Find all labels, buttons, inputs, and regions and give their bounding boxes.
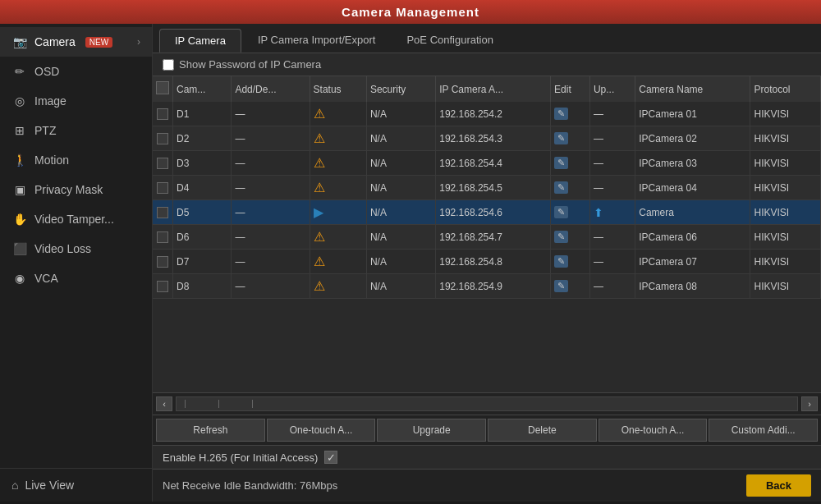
bandwidth-status: Net Receive Idle Bandwidth: 76Mbps	[163, 479, 337, 492]
tab-ip-camera[interactable]: IP Camera	[159, 29, 241, 53]
row-checkbox[interactable]	[157, 281, 168, 292]
delete-button[interactable]: Delete	[488, 419, 597, 442]
cell-add-del: —	[232, 250, 310, 274]
sidebar-label-video-loss: Video Loss	[34, 242, 91, 255]
edit-button[interactable]: ✎	[554, 255, 568, 268]
upgrade-button[interactable]: Upgrade	[377, 419, 486, 442]
scroll-left-btn[interactable]: ‹	[156, 396, 172, 411]
cell-edit[interactable]: ✎	[551, 102, 590, 126]
sidebar-item-video-tamper[interactable]: ✋ Video Tamper...	[0, 204, 152, 234]
tab-poe-config[interactable]: PoE Configuration	[392, 29, 508, 53]
sidebar-item-video-loss[interactable]: ⬛ Video Loss	[0, 234, 152, 263]
cell-edit[interactable]: ✎	[551, 126, 590, 151]
motion-icon: 🚶	[11, 153, 28, 167]
row-checkbox[interactable]	[157, 108, 168, 120]
edit-button[interactable]: ✎	[554, 157, 568, 169]
sidebar-item-vca[interactable]: ◉ VCA	[0, 263, 152, 293]
window-title: Camera Management	[342, 5, 479, 19]
h265-row: Enable H.265 (For Initial Access) ✓	[153, 445, 821, 469]
warning-icon: ⚠	[314, 107, 325, 121]
th-cam: Cam...	[173, 76, 232, 102]
cell-security: N/A	[366, 274, 435, 299]
h265-checkbox[interactable]: ✓	[324, 451, 337, 464]
sidebar-item-motion[interactable]: 🚶 Motion	[0, 145, 152, 175]
cell-cam-id: D5	[173, 200, 232, 225]
edit-button[interactable]: ✎	[554, 206, 568, 218]
new-badge: NEW	[85, 37, 112, 48]
sidebar: 📷 Camera NEW › ✏ OSD ◎ Image ⊞ PTZ 🚶 Mot…	[0, 24, 153, 502]
row-checkbox[interactable]	[157, 231, 168, 243]
video-loss-icon: ⬛	[11, 242, 28, 255]
row-checkbox[interactable]	[157, 207, 168, 218]
table-row[interactable]: D5—▶N/A192.168.254.6✎⬆CameraHIKVISI	[153, 200, 821, 225]
custom-adding-button[interactable]: Custom Addi...	[709, 419, 818, 442]
cell-edit[interactable]: ✎	[551, 274, 590, 299]
table-row[interactable]: D3—⚠N/A192.168.254.4✎—IPCamera 03HIKVISI	[153, 151, 821, 176]
scrollbar-row: ‹ ›	[153, 392, 821, 415]
table-header-row: Cam... Add/De... Status Security IP Came…	[153, 76, 821, 102]
refresh-button[interactable]: Refresh	[156, 419, 265, 442]
edit-button[interactable]: ✎	[554, 108, 568, 120]
sidebar-item-camera[interactable]: 📷 Camera NEW ›	[0, 27, 152, 57]
cell-edit[interactable]: ✎	[551, 176, 590, 200]
cell-edit[interactable]: ✎	[551, 225, 590, 250]
cell-status: ⚠	[310, 151, 366, 176]
tab-ip-camera-import[interactable]: IP Camera Import/Export	[243, 29, 391, 53]
warning-icon: ⚠	[314, 230, 325, 244]
cell-cam-id: D3	[173, 151, 232, 176]
cell-camera-name: Camera	[635, 200, 750, 225]
cell-upload: —	[589, 126, 635, 151]
row-checkbox[interactable]	[157, 182, 168, 194]
th-checkbox[interactable]	[153, 76, 173, 102]
cell-cam-id: D2	[173, 126, 232, 151]
cell-add-del: —	[232, 200, 310, 225]
th-name: Camera Name	[635, 76, 750, 102]
cell-camera-name: IPCamera 03	[635, 151, 750, 176]
cell-security: N/A	[366, 225, 435, 250]
cell-cam-id: D8	[173, 274, 232, 299]
cell-camera-name: IPCamera 06	[635, 225, 750, 250]
edit-button[interactable]: ✎	[554, 132, 568, 144]
sidebar-item-live-view[interactable]: ⌂ Live View	[0, 469, 152, 502]
row-checkbox[interactable]	[157, 133, 168, 144]
upload-icon[interactable]: ⬆	[594, 206, 603, 219]
one-touch-add-button[interactable]: One-touch A...	[267, 419, 376, 442]
cell-protocol: HIKVISI	[750, 250, 821, 274]
cell-upload: ⬆	[589, 200, 635, 225]
table-row[interactable]: D1—⚠N/A192.168.254.2✎—IPCamera 01HIKVISI	[153, 102, 821, 126]
row-checkbox[interactable]	[157, 256, 168, 268]
th-edit: Edit	[551, 76, 590, 102]
edit-button[interactable]: ✎	[554, 181, 568, 194]
edit-button[interactable]: ✎	[554, 231, 568, 243]
edit-button[interactable]: ✎	[554, 280, 568, 292]
sidebar-item-osd[interactable]: ✏ OSD	[0, 57, 152, 86]
cell-camera-name: IPCamera 07	[635, 250, 750, 274]
table-row[interactable]: D2—⚠N/A192.168.254.3✎—IPCamera 02HIKVISI	[153, 126, 821, 151]
scroll-right-btn[interactable]: ›	[801, 396, 818, 411]
back-button[interactable]: Back	[746, 474, 811, 497]
show-password-checkbox[interactable]	[163, 59, 174, 71]
cell-edit[interactable]: ✎	[551, 200, 590, 225]
cell-edit[interactable]: ✎	[551, 151, 590, 176]
sidebar-item-privacy-mask[interactable]: ▣ Privacy Mask	[0, 175, 152, 204]
one-touch-activate-button[interactable]: One-touch A...	[599, 419, 708, 442]
sidebar-item-image[interactable]: ◎ Image	[0, 86, 152, 116]
cell-upload: —	[589, 176, 635, 200]
warning-icon: ⚠	[314, 156, 325, 170]
cell-security: N/A	[366, 176, 435, 200]
table-row[interactable]: D8—⚠N/A192.168.254.9✎—IPCamera 08HIKVISI	[153, 274, 821, 299]
cell-edit[interactable]: ✎	[551, 250, 590, 274]
scroll-track[interactable]	[176, 396, 798, 411]
cell-cam-id: D1	[173, 102, 232, 126]
cell-security: N/A	[366, 102, 435, 126]
row-checkbox[interactable]	[157, 158, 168, 169]
cell-add-del: —	[232, 126, 310, 151]
chevron-right-icon: ›	[137, 36, 140, 48]
cell-security: N/A	[366, 250, 435, 274]
table-row[interactable]: D4—⚠N/A192.168.254.5✎—IPCamera 04HIKVISI	[153, 176, 821, 200]
table-row[interactable]: D7—⚠N/A192.168.254.8✎—IPCamera 07HIKVISI	[153, 250, 821, 274]
th-add-del: Add/De...	[232, 76, 310, 102]
cell-status: ⚠	[310, 225, 366, 250]
table-row[interactable]: D6—⚠N/A192.168.254.7✎—IPCamera 06HIKVISI	[153, 225, 821, 250]
sidebar-item-ptz[interactable]: ⊞ PTZ	[0, 116, 152, 145]
